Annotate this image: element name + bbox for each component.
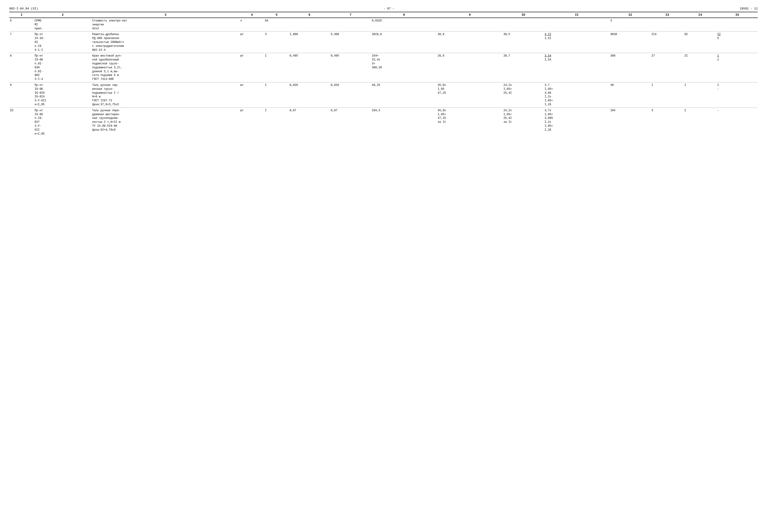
cell-col11: 3,54 I,54 xyxy=(544,53,610,82)
cell-col11: 3,7х I,05= 3,885 I,2х I,05= I,26 xyxy=(544,108,610,137)
cell-col8: 0,0325 xyxy=(371,18,437,32)
cell-col2: СРМО МI прил. xyxy=(34,18,91,32)
cell-id: IO xyxy=(9,108,34,137)
cell-col15: I - xyxy=(717,82,758,108)
cell-col2: Пр-нт I9-06 п.0I- 039 п.0I- 082 3-I-4 xyxy=(34,53,91,82)
cell-col2: Пр-нт 24-10- 0I п.I9 4-1-I xyxy=(34,32,91,53)
col-header-15: I5 xyxy=(717,12,758,18)
cell-col11 xyxy=(544,18,610,32)
cell-id: 8 xyxy=(9,53,34,82)
cell-col11: 4,I2 I,5I xyxy=(544,32,610,53)
cell-col14: 2 xyxy=(684,108,716,137)
cell-col3: Таль ручная пере- движная шестерен- ная … xyxy=(91,108,240,137)
page-number: - 87 - xyxy=(384,7,394,10)
cell-col9 xyxy=(437,18,503,32)
cell-col12: 9030 xyxy=(610,32,651,53)
cell-col5: I xyxy=(264,82,289,108)
cell-col2: Пр-нт I9-06 п.I6- 027 3-У- 6II к=I,05 xyxy=(34,108,91,137)
cell-col14: 92 xyxy=(684,32,716,53)
cell-id: 7 xyxy=(9,32,34,53)
col-header-8: 8 xyxy=(371,12,437,18)
cell-col5: I xyxy=(264,108,289,137)
cell-col5: 3 xyxy=(264,32,289,53)
cell-col14 xyxy=(684,18,716,32)
cell-col13: 27 xyxy=(651,53,684,82)
cell-col8: 30I0,0 xyxy=(371,32,437,53)
cell-col14: 2I xyxy=(684,53,716,82)
col-header-12: I2 xyxy=(610,12,651,18)
cell-col10: 20,7 xyxy=(503,53,544,82)
cell-col13: II4 xyxy=(651,32,684,53)
cell-col10: 24,2х I,05= 25,4I xyxy=(503,82,544,108)
doc-number: 902-I-84.84 (XI) xyxy=(9,7,38,10)
cell-col6: 0,026 xyxy=(289,82,330,108)
cell-col10: 24,2х I,05= 25,4I за It xyxy=(503,108,544,137)
cell-col9: 45,0х I,05= 47,25 за It xyxy=(437,108,503,137)
cell-col7: 0,07 xyxy=(330,108,371,137)
cell-col12: 3 xyxy=(610,18,651,32)
col-header-6: 6 xyxy=(289,12,330,18)
doc-code: 19581 - 11 xyxy=(740,7,758,10)
cell-col13 xyxy=(651,18,684,32)
cell-col13: 3 xyxy=(651,108,684,137)
cell-col6 xyxy=(289,18,330,32)
cell-col6: 0,07 xyxy=(289,108,330,137)
cell-col4: шт xyxy=(240,108,264,137)
cell-col10 xyxy=(503,18,544,32)
col-header-14: I4 xyxy=(684,12,716,18)
cell-col10: 30,5 xyxy=(503,32,544,53)
cell-col6: 0,495 xyxy=(289,53,330,82)
table-row: IOПр-нт I9-06 п.I6- 027 3-У- 6II к=I,05Т… xyxy=(9,108,758,137)
col-header-1: I xyxy=(9,12,34,18)
cell-col5: 84 xyxy=(264,18,289,32)
cell-id: 9 xyxy=(9,82,34,108)
table-row: 6СРМО МI прил.Стоимость электро-квт энер… xyxy=(9,18,758,32)
cell-col7: 0,026 xyxy=(330,82,371,108)
cell-col5: I xyxy=(264,53,289,82)
cell-col11: 3,7 I,05= 3,88 I,2х I,05= I,26 xyxy=(544,82,610,108)
cell-col12: I04 xyxy=(610,108,651,137)
cell-col4: шт xyxy=(240,32,264,53)
cell-col9: 45,0х I,05 47,25 xyxy=(437,82,503,108)
cell-col9: 26,6 xyxy=(437,53,503,82)
col-header-2: 2 xyxy=(34,12,91,18)
main-table: I 2 3 4 5 6 7 8 9 IO II I2 I3 I4 I5 6СРМ… xyxy=(9,12,758,137)
col-header-4: 4 xyxy=(240,12,264,18)
cell-col15: I2 5 xyxy=(717,32,758,53)
cell-col7: 5,400 xyxy=(330,32,371,53)
cell-col4: шт xyxy=(240,53,264,82)
col-header-7: 7 xyxy=(330,12,371,18)
cell-col9: 38,0 xyxy=(437,32,503,53)
col-header-11: II xyxy=(544,12,610,18)
cell-col12: 380 xyxy=(610,53,651,82)
cell-col15: - xyxy=(717,108,758,137)
cell-col7 xyxy=(330,18,371,32)
col-header-13: I3 xyxy=(651,12,684,18)
cell-col2: Пр-нт I9-06 I6-0I0 I6-0I4 3-У-6II к=I,05 xyxy=(34,82,91,108)
cell-col3: Стоимость электро-квт энергии 42х2 xyxy=(91,18,240,32)
cell-id: 6 xyxy=(9,18,34,32)
cell-col8: I04,3 xyxy=(371,108,437,137)
cell-col6: I,800 xyxy=(289,32,330,53)
col-header-10: IO xyxy=(503,12,544,18)
cell-col8: 48,25 xyxy=(371,82,437,108)
cell-col12: 48 xyxy=(610,82,651,108)
page-header: 902-I-84.84 (XI) - 87 - 19581 - 11 xyxy=(9,7,758,10)
cell-col3: Таль ручная чер- вячная грузо- подъемнос… xyxy=(91,82,240,108)
cell-col7: 0,495 xyxy=(330,53,371,82)
cell-col3: Кран мостовой руч- ной однобалочный подв… xyxy=(91,53,240,82)
cell-col3: Решетка-дробилка РД-600 произволи- тельн… xyxy=(91,32,240,53)
cell-col4: ч xyxy=(240,18,264,32)
col-header-3: 3 xyxy=(91,12,240,18)
col-header-5: 5 xyxy=(264,12,289,18)
cell-col4: шт xyxy=(240,82,264,108)
table-row: 9Пр-нт I9-06 I6-0I0 I6-0I4 3-У-6II к=I,0… xyxy=(9,82,758,108)
cell-col15 xyxy=(717,18,758,32)
cell-col14: I xyxy=(684,82,716,108)
cell-col8: 334+ I5,4х 3= 380,20 xyxy=(371,53,437,82)
cell-col13: I xyxy=(651,82,684,108)
column-headers: I 2 3 4 5 6 7 8 9 IO II I2 I3 I4 I5 xyxy=(9,12,758,18)
cell-col15: 1 2 xyxy=(717,53,758,82)
table-row: 7Пр-нт 24-10- 0I п.I9 4-1-IРешетка-дроби… xyxy=(9,32,758,53)
table-row: 8Пр-нт I9-06 п.0I- 039 п.0I- 082 3-I-4Кр… xyxy=(9,53,758,82)
